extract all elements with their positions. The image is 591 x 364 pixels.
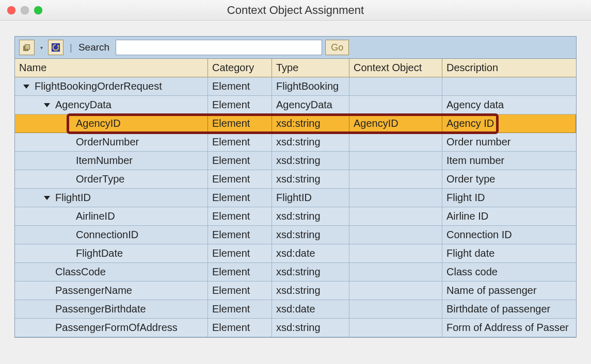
cell-category: Element [208, 96, 272, 114]
table-row[interactable]: PassengerBirthdateElementxsd:dateBirthda… [15, 300, 576, 319]
cell-type: xsd:string [272, 133, 349, 152]
cell-type: xsd:string [272, 263, 349, 282]
cell-context-object[interactable] [349, 189, 442, 207]
cell-context-object[interactable] [349, 244, 442, 263]
cell-type: xsd:date [272, 244, 349, 263]
cell-category: Element [208, 170, 272, 189]
table-row[interactable]: FlightDateElementxsd:dateFlight date [15, 244, 576, 263]
expand-arrow-icon[interactable] [44, 196, 50, 200]
cell-description: Order number [442, 133, 576, 152]
maximize-window-button[interactable] [34, 6, 42, 14]
cell-name[interactable]: AgencyData [15, 96, 208, 114]
stack-dropdown[interactable]: ▾ [38, 40, 45, 55]
cell-category: Element [208, 152, 272, 170]
cell-context-object[interactable] [349, 263, 442, 282]
table-row[interactable]: FlightIDElementFlightIDFlight ID [15, 189, 576, 207]
cell-category: Element [208, 282, 272, 300]
cell-name[interactable]: PassengerName [15, 282, 208, 300]
col-description[interactable]: Description [442, 59, 576, 77]
cell-name[interactable]: ItemNumber [15, 152, 208, 170]
row-name-label: FlightDate [76, 247, 123, 259]
cell-description: Form of Address of Passer [442, 319, 576, 337]
cell-description: Flight ID [442, 189, 576, 207]
cell-description [442, 77, 576, 96]
window-controls [0, 6, 42, 14]
cell-description: Agency data [442, 96, 576, 114]
table-row[interactable]: OrderTypeElementxsd:stringOrder type [15, 170, 576, 189]
window-title: Context Object Assignment [0, 4, 591, 17]
cell-context-object[interactable] [349, 300, 442, 319]
table-row[interactable]: PassengerFormOfAddressElementxsd:stringF… [15, 319, 576, 337]
cell-context-object[interactable] [349, 152, 442, 170]
col-category[interactable]: Category [208, 59, 272, 77]
cell-context-object[interactable] [349, 170, 442, 189]
cell-name[interactable]: FlightDate [15, 244, 208, 263]
cell-name[interactable]: OrderNumber [15, 133, 208, 152]
go-button[interactable]: Go [325, 40, 349, 55]
table-row[interactable]: ClassCodeElementxsd:stringClass code [15, 263, 576, 282]
table-row[interactable]: ItemNumberElementxsd:stringItem number [15, 152, 576, 170]
cell-description: Class code [442, 263, 576, 282]
cell-category: Element [208, 133, 272, 152]
expand-arrow-icon[interactable] [23, 85, 29, 89]
cell-context-object[interactable]: AgencyID [349, 114, 442, 133]
svg-rect-1 [25, 45, 29, 49]
cell-name[interactable]: PassengerFormOfAddress [15, 319, 208, 337]
cell-name[interactable]: PassengerBirthdate [15, 300, 208, 319]
table-row[interactable]: AgencyDataElementAgencyDataAgency data [15, 96, 576, 114]
cell-context-object[interactable] [349, 96, 442, 114]
cell-description: Item number [442, 152, 576, 170]
cell-context-object[interactable] [349, 77, 442, 96]
refresh-button[interactable] [48, 40, 63, 55]
row-name-label: AgencyID [76, 118, 121, 129]
cell-description: Order type [442, 170, 576, 189]
cell-context-object[interactable] [349, 226, 442, 244]
minimize-window-button[interactable] [21, 6, 29, 14]
table-row[interactable]: OrderNumberElementxsd:stringOrder number [15, 133, 576, 152]
cell-description: Flight date [442, 244, 576, 263]
cell-type: AgencyData [272, 96, 349, 114]
cell-description: Connection ID [442, 226, 576, 244]
col-type[interactable]: Type [272, 59, 349, 77]
close-window-button[interactable] [7, 6, 15, 14]
cell-category: Element [208, 263, 272, 282]
table-row[interactable]: AirlineIDElementxsd:stringAirline ID [15, 207, 576, 226]
cell-name[interactable]: ConnectionID [15, 226, 208, 244]
row-name-label: ConnectionID [76, 229, 138, 241]
cell-name[interactable]: AgencyID [15, 114, 208, 133]
cell-name[interactable]: AirlineID [15, 207, 208, 226]
cell-name[interactable]: ClassCode [15, 263, 208, 282]
row-name-label: AgencyData [55, 99, 111, 111]
table-row[interactable]: PassengerNameElementxsd:stringName of pa… [15, 282, 576, 300]
cell-name[interactable]: FlightID [15, 189, 208, 207]
table-row[interactable]: ConnectionIDElementxsd:stringConnection … [15, 226, 576, 244]
cell-name[interactable]: OrderType [15, 170, 208, 189]
cell-context-object[interactable] [349, 133, 442, 152]
cell-type: xsd:string [272, 152, 349, 170]
table-row[interactable]: AgencyIDElementxsd:stringAgencyIDAgency … [15, 114, 576, 133]
cell-context-object[interactable] [349, 282, 442, 300]
col-context-object[interactable]: Context Object [349, 59, 442, 77]
search-input[interactable] [116, 40, 322, 55]
row-name-label: ClassCode [55, 266, 106, 278]
row-name-label: AirlineID [76, 210, 115, 222]
row-name-label: FlightID [55, 192, 91, 204]
cell-type: FlightID [272, 189, 349, 207]
table-row[interactable]: FlightBookingOrderRequestElementFlightBo… [15, 77, 576, 96]
col-name[interactable]: Name [15, 59, 208, 77]
cell-category: Element [208, 77, 272, 96]
stack-icon-button[interactable] [19, 40, 35, 55]
titlebar: Context Object Assignment [0, 0, 591, 21]
row-name-label: ItemNumber [76, 155, 133, 167]
header-row: Name Category Type Context Object Descri… [15, 59, 576, 77]
cell-type: xsd:string [272, 170, 349, 189]
expand-arrow-icon[interactable] [44, 103, 50, 107]
cell-category: Element [208, 207, 272, 226]
cell-name[interactable]: FlightBookingOrderRequest [15, 77, 208, 96]
cell-context-object[interactable] [349, 207, 442, 226]
row-name-label: PassengerFormOfAddress [55, 322, 178, 334]
cell-description: Airline ID [442, 207, 576, 226]
cell-context-object[interactable] [349, 319, 442, 337]
row-name-label: PassengerName [55, 285, 132, 296]
tree-grid: Name Category Type Context Object Descri… [14, 59, 577, 338]
